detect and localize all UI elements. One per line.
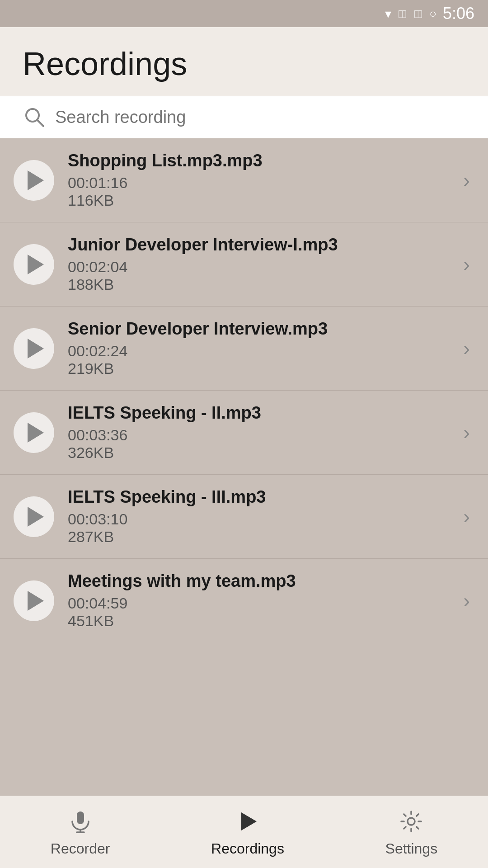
play-button-5[interactable] bbox=[14, 580, 54, 621]
recording-info: Meetings with my team.mp3 00:04:59451KB bbox=[68, 571, 463, 630]
svg-marker-5 bbox=[241, 812, 257, 830]
circle-icon: ○ bbox=[429, 7, 436, 21]
page-title: Recordings bbox=[23, 45, 465, 82]
mic-icon bbox=[66, 807, 95, 836]
search-input[interactable] bbox=[55, 108, 465, 127]
recording-name: Meetings with my team.mp3 bbox=[68, 571, 463, 591]
play-button-2[interactable] bbox=[14, 328, 54, 369]
status-time: 5:06 bbox=[443, 4, 474, 23]
recording-meta: 00:04:59451KB bbox=[68, 594, 463, 630]
play-triangle-icon bbox=[28, 591, 44, 611]
recording-name: Shopping List.mp3.mp3 bbox=[68, 151, 463, 170]
bottom-nav: Recorder Recordings Settings bbox=[0, 796, 488, 868]
recording-meta: 00:02:04188KB bbox=[68, 258, 463, 293]
recording-meta: 00:01:16116KB bbox=[68, 174, 463, 209]
recording-info: Senior Developer Interview.mp3 00:02:242… bbox=[68, 319, 463, 377]
play-button-4[interactable] bbox=[14, 496, 54, 537]
play-triangle-icon bbox=[28, 423, 44, 443]
signal-icon-1: ◫ bbox=[398, 8, 407, 19]
recording-info: Shopping List.mp3.mp3 00:01:16116KB bbox=[68, 151, 463, 209]
svg-point-6 bbox=[408, 818, 415, 825]
wifi-icon: ▾ bbox=[385, 6, 391, 21]
recording-name: Junior Developer Interview-I.mp3 bbox=[68, 235, 463, 255]
play-triangle-icon bbox=[28, 339, 44, 359]
search-icon bbox=[23, 105, 46, 129]
recording-item[interactable]: IELTS Speeking - II.mp3 00:03:36326KB › bbox=[0, 391, 488, 475]
search-bar bbox=[0, 96, 488, 138]
play-button-1[interactable] bbox=[14, 244, 54, 285]
nav-recordings-label: Recordings bbox=[211, 840, 284, 857]
recording-name: IELTS Speeking - III.mp3 bbox=[68, 487, 463, 507]
recording-item[interactable]: Shopping List.mp3.mp3 00:01:16116KB › bbox=[0, 138, 488, 222]
play-button-0[interactable] bbox=[14, 160, 54, 201]
chevron-right-icon: › bbox=[463, 253, 470, 276]
recording-meta: 00:03:10287KB bbox=[68, 510, 463, 546]
recording-name: IELTS Speeking - II.mp3 bbox=[68, 403, 463, 423]
chevron-right-icon: › bbox=[463, 421, 470, 444]
nav-recorder-label: Recorder bbox=[51, 840, 110, 857]
recording-info: Junior Developer Interview-I.mp3 00:02:0… bbox=[68, 235, 463, 293]
recording-item[interactable]: IELTS Speeking - III.mp3 00:03:10287KB › bbox=[0, 475, 488, 559]
signal-icon-2: ◫ bbox=[413, 8, 423, 19]
recording-item[interactable]: Meetings with my team.mp3 00:04:59451KB … bbox=[0, 559, 488, 642]
recording-info: IELTS Speeking - II.mp3 00:03:36326KB bbox=[68, 403, 463, 462]
nav-recordings[interactable]: Recordings bbox=[211, 807, 284, 857]
play-triangle-icon bbox=[28, 255, 44, 274]
chevron-right-icon: › bbox=[463, 505, 470, 528]
nav-settings-label: Settings bbox=[385, 840, 438, 857]
recording-item[interactable]: Junior Developer Interview-I.mp3 00:02:0… bbox=[0, 222, 488, 307]
chevron-right-icon: › bbox=[463, 337, 470, 360]
play-triangle-icon bbox=[28, 507, 44, 527]
recording-item[interactable]: Senior Developer Interview.mp3 00:02:242… bbox=[0, 307, 488, 391]
status-bar: ▾ ◫ ◫ ○ 5:06 bbox=[0, 0, 488, 27]
svg-line-1 bbox=[37, 120, 43, 126]
play-nav-icon bbox=[233, 807, 262, 836]
recording-info: IELTS Speeking - III.mp3 00:03:10287KB bbox=[68, 487, 463, 546]
nav-settings[interactable]: Settings bbox=[385, 807, 438, 857]
recording-meta: 00:03:36326KB bbox=[68, 426, 463, 462]
recordings-list: Shopping List.mp3.mp3 00:01:16116KB › Ju… bbox=[0, 138, 488, 796]
chevron-right-icon: › bbox=[463, 590, 470, 612]
play-button-3[interactable] bbox=[14, 412, 54, 453]
status-icons: ▾ ◫ ◫ ○ 5:06 bbox=[385, 4, 474, 23]
play-triangle-icon bbox=[28, 170, 44, 190]
recording-meta: 00:02:24219KB bbox=[68, 342, 463, 377]
chevron-right-icon: › bbox=[463, 169, 470, 192]
header: Recordings bbox=[0, 27, 488, 96]
recording-name: Senior Developer Interview.mp3 bbox=[68, 319, 463, 339]
gear-icon bbox=[397, 807, 426, 836]
nav-recorder[interactable]: Recorder bbox=[51, 807, 110, 857]
svg-rect-2 bbox=[77, 811, 84, 824]
